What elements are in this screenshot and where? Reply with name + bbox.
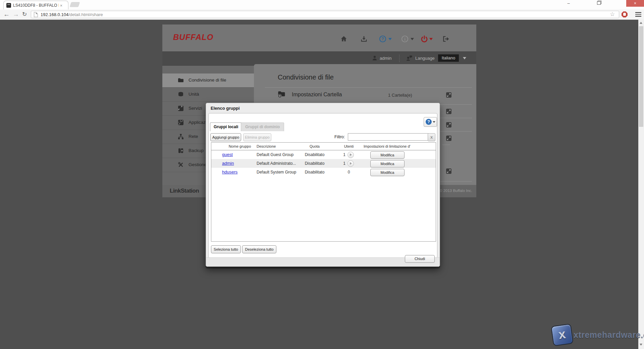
help-icon[interactable]: ? xyxy=(379,35,386,43)
divider xyxy=(265,87,472,88)
logout-icon[interactable] xyxy=(442,35,449,43)
extension-badge-icon[interactable] xyxy=(622,11,628,17)
dialog-title: Elenco gruppi xyxy=(211,106,240,111)
group-link[interactable]: guest xyxy=(222,152,233,157)
group-user-count: 0 xyxy=(332,170,366,174)
filter-clear-button[interactable]: x xyxy=(428,133,435,141)
home-icon[interactable] xyxy=(340,35,347,43)
sidebar-item-condivisione[interactable]: Condivisione di file xyxy=(162,73,254,88)
page-scrollbar[interactable] xyxy=(638,19,644,349)
window-close-button[interactable]: × xyxy=(626,0,644,7)
scroll-up-icon[interactable] xyxy=(640,22,642,24)
content-row-value: 1 Cartella(e) xyxy=(388,93,412,98)
power-caret-icon[interactable] xyxy=(429,38,433,40)
expand-icon[interactable] xyxy=(446,92,452,98)
group-list-dialog: Elenco gruppi ? Gruppi locali Gruppi di … xyxy=(206,103,440,267)
tab-title: LS410DDF8 - BUFFALO Lin xyxy=(13,3,59,8)
header-descrizione: Descrizione xyxy=(257,144,276,148)
user-icon xyxy=(372,55,378,61)
help-question-icon: ? xyxy=(426,119,432,125)
table-row: hdusers Default System Group Disabilitat… xyxy=(211,168,436,177)
edit-button[interactable]: Modifica xyxy=(370,160,405,167)
site-favicon-icon xyxy=(6,3,11,8)
header-utenti: Utenti xyxy=(332,144,366,148)
bookmark-star-icon[interactable]: ☆ xyxy=(610,9,615,19)
groups-table: Nome gruppo Descrizione Quota Utenti Imp… xyxy=(211,142,436,242)
buffalo-logo: BUFFALO xyxy=(173,33,213,42)
network-icon xyxy=(177,133,184,140)
user-name: admin xyxy=(380,56,391,61)
group-quota: Disabilitato xyxy=(298,170,331,174)
table-row: admin Default Administrato... Disabilita… xyxy=(211,159,436,168)
user-bar: admin Language Italiano xyxy=(162,51,476,66)
filter-label: Filtro: xyxy=(334,135,345,139)
header-nome-gruppo: Nome gruppo xyxy=(221,144,258,148)
download-icon[interactable] xyxy=(360,35,368,43)
new-tab-button[interactable] xyxy=(70,2,80,7)
language-label: Language xyxy=(415,56,435,61)
content-row-label: Impostazioni Cartella xyxy=(292,92,342,98)
header-quota: Quota xyxy=(298,144,331,148)
page-title: Condivisione di file xyxy=(278,73,334,81)
window-minimize-button[interactable]: – xyxy=(564,0,574,7)
userbar-separator xyxy=(399,55,399,62)
group-link[interactable]: hdusers xyxy=(222,169,237,174)
browser-toolbar: ← → ↻ 192.168.0.104/detail.html#share ☆ xyxy=(0,9,644,20)
group-user-count: 1 xyxy=(340,152,345,157)
power-icon[interactable] xyxy=(421,35,428,43)
svg-text:?: ? xyxy=(381,37,384,41)
watermark: x xtremehardware.com xyxy=(549,324,643,346)
language-caret-icon[interactable] xyxy=(463,57,466,59)
folder-settings-icon xyxy=(277,90,286,98)
close-dialog-button[interactable]: Chiudi xyxy=(405,255,435,263)
show-users-icon[interactable] xyxy=(347,152,354,158)
xtremehardware-logo-icon: x xyxy=(551,323,574,346)
language-select[interactable]: Italiano xyxy=(438,54,459,62)
info-caret-icon[interactable] xyxy=(411,38,414,40)
filter-input[interactable] xyxy=(348,133,430,141)
help-dropdown-caret-icon xyxy=(433,121,435,123)
copyright-text: © 2013 Buffalo Inc. xyxy=(439,189,472,193)
tab-gruppi-locali[interactable]: Gruppi locali xyxy=(210,122,242,131)
expand-icon[interactable] xyxy=(446,135,452,141)
browser-tab[interactable]: LS410DDF8 - BUFFALO Lin × xyxy=(3,1,68,10)
tools-icon xyxy=(177,161,184,168)
add-group-button[interactable]: Aggiungi gruppo xyxy=(210,133,241,141)
dialog-help-button[interactable]: ? xyxy=(424,117,437,127)
group-quota: Disabilitato xyxy=(298,152,331,157)
expand-icon[interactable] xyxy=(446,108,452,114)
group-link[interactable]: admin xyxy=(222,161,234,166)
select-all-button[interactable]: Seleziona tutto xyxy=(211,245,241,253)
browser-menu-button[interactable] xyxy=(635,12,641,17)
screen: LS410DDF8 - BUFFALO Lin × – × ← → ↻ 192.… xyxy=(0,0,644,349)
drive-icon xyxy=(177,91,184,98)
window-restore-button[interactable] xyxy=(594,0,604,7)
dialog-footer: Chiudi xyxy=(206,257,440,266)
tab-gruppi-di-dominio: Gruppi di dominio xyxy=(241,122,284,131)
back-button[interactable]: ← xyxy=(3,9,10,19)
scrollbar-thumb[interactable] xyxy=(639,26,643,127)
url-host: 192.168.0.104 xyxy=(41,12,68,17)
reload-button[interactable]: ↻ xyxy=(22,9,27,19)
tab-close-icon[interactable]: × xyxy=(60,3,62,8)
edit-button[interactable]: Modifica xyxy=(370,151,405,159)
deselect-all-button[interactable]: Deseleziona tutto xyxy=(242,245,276,253)
edit-button[interactable]: Modifica xyxy=(370,169,405,176)
expand-icon[interactable] xyxy=(446,168,452,174)
forward-button[interactable]: → xyxy=(13,9,19,19)
help-caret-icon[interactable] xyxy=(388,38,392,40)
address-bar[interactable]: 192.168.0.104/detail.html#share xyxy=(31,11,619,18)
expand-icon[interactable] xyxy=(446,122,452,128)
show-users-icon[interactable] xyxy=(347,160,354,167)
apps-icon xyxy=(177,119,184,126)
info-icon[interactable]: i xyxy=(401,35,409,43)
language-icon xyxy=(406,55,413,61)
group-quota: Disabilitato xyxy=(298,161,331,166)
svg-text:i: i xyxy=(404,37,406,42)
backup-icon xyxy=(177,147,184,154)
group-description: Default System Group xyxy=(257,170,296,174)
page-header: BUFFALO ? i xyxy=(162,24,476,51)
delete-group-button: Elimina gruppo xyxy=(243,133,271,141)
url-text: 192.168.0.104/detail.html#share xyxy=(41,12,103,17)
sidebar-item-unita[interactable]: Unità xyxy=(162,88,254,102)
